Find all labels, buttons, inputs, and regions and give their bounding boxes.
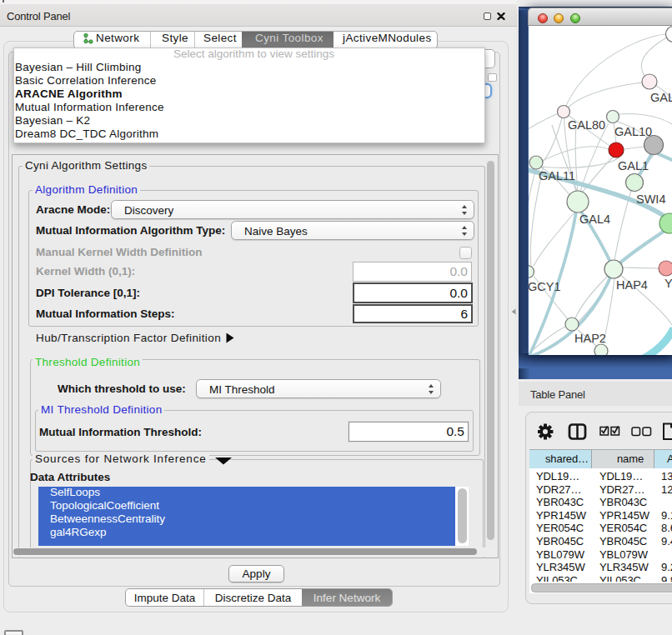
svg-text:GAL1: GAL1 bbox=[618, 159, 649, 172]
svg-text:HAP4: HAP4 bbox=[616, 278, 648, 292]
svg-text:GAL4: GAL4 bbox=[579, 212, 610, 226]
svg-text:GAL10: GAL10 bbox=[614, 125, 652, 138]
svg-text:YJ: YJ bbox=[664, 277, 672, 290]
svg-text:HAP2: HAP2 bbox=[574, 332, 606, 345]
svg-text:GCY1: GCY1 bbox=[529, 280, 561, 293]
svg-text:GAL2: GAL2 bbox=[650, 91, 672, 104]
svg-text:GAL80: GAL80 bbox=[568, 118, 605, 132]
svg-text:GAL11: GAL11 bbox=[539, 169, 575, 182]
svg-text:SWI4: SWI4 bbox=[636, 192, 665, 206]
